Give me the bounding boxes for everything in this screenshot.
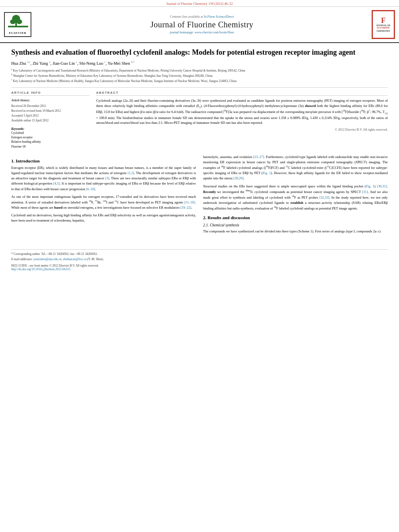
info-abstract-cols: ARTICLE INFO Article history: Received 2… [11, 91, 388, 149]
fig-1-ref-2[interactable]: Fig. 1 [366, 184, 374, 188]
ref-32-33[interactable]: [32,33] [319, 195, 329, 199]
fig-1-ref[interactable]: Fig. 1 [263, 171, 271, 175]
intro-num: 1. Introduction [11, 158, 40, 163]
journal-topbar: Journal of Fluorine Chemistry 139 (2012)… [0, 0, 399, 7]
elsevier-label: ELSEVIER [7, 31, 28, 35]
ref-19-22[interactable]: [19–22] [181, 205, 191, 210]
intro-heading: 1. Introduction [11, 158, 196, 163]
article-info-col: ARTICLE INFO Article history: Received 2… [11, 91, 90, 149]
body-content: 1. Introduction Estrogen receptor (ER), … [11, 154, 388, 236]
main-content: Synthesis and evaluation of fluoroethyl … [0, 43, 399, 244]
copyright: © 2012 Elsevier B.V. All rights reserved… [96, 128, 388, 131]
ref-3[interactable]: [3] [105, 176, 109, 180]
article-title: Synthesis and evaluation of fluoroethyl … [11, 48, 388, 57]
email-2[interactable]: zhuhuacas@live.cn [63, 257, 86, 261]
email-label: E-mail addresses: [11, 257, 33, 261]
affil-b: b Shanghai Center for Systems Biomedicin… [11, 73, 388, 78]
body-left: 1. Introduction Estrogen receptor (ER), … [11, 154, 196, 236]
article-info-label: ARTICLE INFO [11, 91, 90, 96]
svg-point-4 [16, 19, 22, 24]
logo-subtitle: JOURNAL OF FLUORINE CHEMISTRY [376, 24, 390, 32]
elsevier-logo-box: ELSEVIER [4, 12, 31, 37]
intro-para-1: Estrogen receptor (ER), which is widely … [11, 165, 196, 192]
svg-point-3 [10, 19, 16, 24]
abstract-col: ABSTRACT Cyclofenil analogs (2a–2f) and … [96, 91, 388, 149]
results-sub-heading: 2.1. Chemical synthesis [203, 223, 388, 227]
email-note: (Y.-M. Shen). [87, 257, 104, 261]
journal-title: Journal of Fluorine Chemistry [36, 20, 368, 29]
keyword-1: Cyclofenil [11, 131, 90, 135]
history-heading: Article history: [11, 98, 90, 103]
ref-6-10[interactable]: [6–10] [86, 187, 95, 191]
logo-line3: CHEMISTRY [376, 30, 390, 33]
issn-text: 0022-1139/$ – see front matter © 2012 El… [11, 264, 99, 267]
right-para-2: Structural studies on the ERs have sugge… [203, 184, 388, 211]
journal-header: ELSEVIER Contents lists available at Sci… [0, 7, 399, 43]
keywords-block: Keywords: Cyclofenil Estrogen receptor R… [11, 127, 90, 149]
results-heading: 2. Results and discussion [203, 215, 388, 220]
email-footnote: E-mail addresses: yuneishen@sjtu.edu.cn,… [11, 257, 388, 262]
ref-4-5[interactable]: [4,5] [53, 181, 60, 185]
ref-28-29[interactable]: [28,29] [234, 176, 244, 180]
intro-para-3: Cyclofenil and its derivatives, having h… [11, 213, 196, 223]
received-date: Received 26 December 2011 [11, 104, 90, 109]
logo-line1: JOURNAL OF [376, 24, 390, 27]
divider-1 [11, 87, 388, 88]
svg-rect-0 [8, 26, 28, 27]
sciverse-line: Contents lists available at SciVerse Sci… [36, 15, 368, 18]
journal-header-center: Contents lists available at SciVerse Sci… [36, 15, 368, 34]
topbar-text: Journal of Fluorine Chemistry 139 (2012)… [166, 2, 233, 6]
right-para-1: haemolytic, anaemia, and ovulation [23–2… [203, 154, 388, 181]
keyword-3: Relative binding affinity [11, 140, 90, 144]
revised-date: Received in revised form 19 March 2012 [11, 109, 90, 113]
ref-1-2[interactable]: [1,2] [128, 171, 134, 175]
keyword-4: Fluorine-18 [11, 144, 90, 149]
journal-logo-right: F JOURNAL OF FLUORINE CHEMISTRY [372, 10, 395, 39]
homepage-label: journal homepage: [170, 31, 194, 34]
affiliations: a Key Laboratory of Carcinogenesis and T… [11, 68, 388, 83]
page-footer: * Corresponding author. Tel.: +86 21 342… [11, 249, 388, 271]
elsevier-logo: ELSEVIER [4, 12, 32, 37]
doi-link[interactable]: http://dx.doi.org/10.1016/j.jfluchem.201… [11, 267, 70, 271]
ref-23-27[interactable]: [23–27] [253, 155, 264, 159]
page: Journal of Fluorine Chemistry 139 (2012)… [0, 0, 399, 532]
affil-c: c Key Laboratory of Nuclear Medicine (Mi… [11, 78, 388, 83]
accepted-date: Accepted 3 April 2012 [11, 113, 90, 118]
abstract-text: Cyclofenil analogs (2a–2f) and their flu… [96, 98, 388, 125]
keywords-label: Keywords: [11, 127, 25, 131]
article-history: Article history: Received 26 December 20… [11, 98, 90, 123]
logo-line2: FLUORINE [376, 27, 390, 29]
ref-11-18[interactable]: [11–18] [184, 200, 195, 204]
body-two-col: 1. Introduction Estrogen receptor (ER), … [11, 154, 388, 236]
homepage-url[interactable]: www.elsevier.com/locate/fluor [195, 31, 234, 34]
authors: Hua Zhu a,c, Zhi Yang a, Jian-Guo Lin c,… [11, 60, 388, 66]
ref-31[interactable]: [31] [362, 190, 368, 194]
abstract-label: ABSTRACT [96, 91, 388, 96]
sciverse-link[interactable]: SciVerse ScienceDirect [204, 15, 234, 18]
email-1[interactable]: yuneishen@sjtu.edu.cn [33, 257, 62, 261]
body-right: haemolytic, anaemia, and ovulation [23–2… [203, 154, 388, 236]
intro-para-2: As one of the most important endogenous … [11, 194, 196, 210]
sciverse-text: Contents lists available at [170, 15, 203, 18]
journal-logo-inner: F JOURNAL OF FLUORINE CHEMISTRY [373, 11, 394, 38]
results-para-1: The compounds we have synthesized can be… [203, 229, 388, 234]
keyword-2: Estrogen receptor [11, 135, 90, 140]
ref-30-31[interactable]: [30,31] [377, 184, 387, 188]
doi-line: http://dx.doi.org/10.1016/j.jfluchem.201… [11, 267, 388, 271]
journal-homepage: journal homepage: www.elsevier.com/locat… [36, 31, 368, 34]
logo-f: F [381, 17, 386, 24]
footer-bottom: 0022-1139/$ – see front matter © 2012 El… [11, 264, 388, 267]
elsevier-tree-icon [7, 14, 29, 30]
available-date: Available online 15 April 2012 [11, 118, 90, 123]
affil-a: a Key Laboratory of Carcinogenesis and T… [11, 68, 388, 73]
corresponding-footnote: * Corresponding author. Tel.: +86 21 342… [11, 252, 388, 257]
